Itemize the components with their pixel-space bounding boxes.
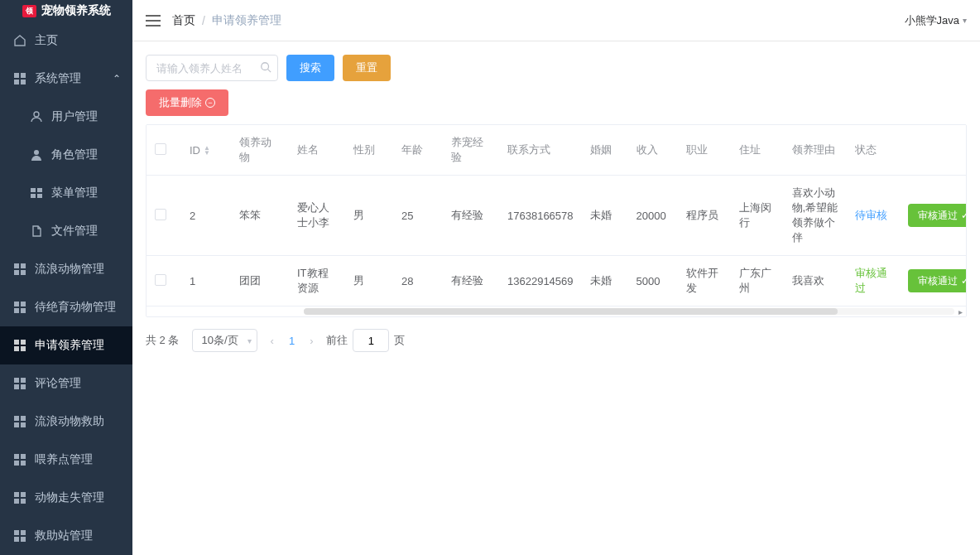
grid-icon: [13, 340, 26, 351]
search-input[interactable]: [146, 55, 278, 81]
svg-rect-18: [14, 340, 19, 345]
batch-delete-button[interactable]: 批量删除 −: [146, 89, 228, 116]
sidebar-item[interactable]: 待绝育动物管理: [0, 288, 132, 326]
svg-rect-3: [21, 80, 26, 84]
sidebar-item[interactable]: 喂养点管理: [0, 441, 132, 479]
hamburger-icon[interactable]: [146, 15, 161, 27]
svg-rect-2: [14, 80, 19, 84]
svg-point-4: [34, 112, 39, 117]
svg-rect-31: [21, 454, 26, 459]
sidebar-item-label: 系统管理: [35, 71, 81, 86]
logo: 领 宠物领养系统: [0, 0, 132, 22]
sidebar-item[interactable]: 流浪动物救助: [0, 403, 132, 441]
row-checkbox[interactable]: [155, 274, 166, 286]
sidebar-item[interactable]: 救助站管理: [0, 517, 132, 555]
svg-rect-12: [14, 270, 19, 275]
svg-rect-17: [21, 308, 26, 313]
grid-icon: [13, 378, 26, 389]
svg-rect-16: [14, 308, 19, 313]
sidebar-item-label: 动物走失管理: [35, 490, 104, 505]
svg-rect-7: [37, 188, 42, 192]
table-row: 2笨笨爱心人士小李男25有经验17638166578未婚20000程序员上海闵行…: [147, 176, 966, 256]
horizontal-scrollbar[interactable]: ▸: [147, 306, 966, 316]
approve-button[interactable]: 审核通过 ✓: [908, 204, 966, 227]
sidebar-item-label: 角色管理: [51, 147, 98, 162]
svg-rect-41: [21, 537, 26, 542]
sidebar-item-label: 菜单管理: [51, 186, 98, 200]
svg-rect-23: [21, 378, 26, 383]
row-checkbox[interactable]: [155, 209, 166, 220]
sidebar-item[interactable]: 菜单管理: [0, 174, 132, 212]
breadcrumb-current: 申请领养管理: [212, 13, 281, 28]
svg-rect-11: [21, 263, 26, 268]
sort-icon[interactable]: ▲▼: [204, 146, 210, 156]
svg-rect-13: [21, 270, 26, 275]
approve-button[interactable]: 审核通过 ✓: [908, 269, 966, 292]
prev-page-button[interactable]: ‹: [271, 335, 274, 347]
minus-circle-icon: −: [205, 98, 215, 108]
search-button[interactable]: 搜索: [286, 55, 334, 81]
sidebar-item-label: 流浪动物管理: [35, 262, 104, 277]
chevron-down-icon: ▾: [247, 336, 252, 345]
grid-icon: [13, 73, 26, 84]
sidebar-menu: 主页系统管理⌃用户管理角色管理菜单管理文件管理流浪动物管理待绝育动物管理申请领养…: [0, 22, 132, 555]
reset-button[interactable]: 重置: [343, 55, 391, 81]
user-name: 小熊学Java: [905, 13, 959, 28]
svg-rect-39: [21, 530, 26, 535]
sidebar-item-label: 主页: [35, 33, 58, 48]
sidebar-item[interactable]: 动物走失管理: [0, 479, 132, 517]
sidebar-item-label: 用户管理: [51, 109, 98, 124]
sidebar-item[interactable]: 流浪动物管理: [0, 250, 132, 288]
page-number[interactable]: 1: [289, 335, 295, 347]
user-menu[interactable]: 小熊学Java ▾: [905, 13, 967, 28]
sidebar-item-label: 流浪动物救助: [35, 414, 104, 429]
svg-rect-30: [14, 454, 19, 459]
svg-rect-24: [14, 384, 19, 389]
next-page-button[interactable]: ›: [310, 335, 313, 347]
breadcrumb-home[interactable]: 首页: [172, 13, 195, 28]
pagination: 共 2 条 10条/页 ▾ ‹ 1 › 前往 页: [146, 329, 967, 352]
grid-icon: [13, 416, 26, 427]
sidebar-item[interactable]: 系统管理⌃: [0, 60, 132, 98]
svg-rect-32: [14, 461, 19, 466]
svg-rect-9: [37, 194, 42, 198]
logo-badge: 领: [22, 5, 36, 17]
user-icon: [30, 111, 43, 123]
svg-rect-22: [14, 378, 19, 383]
svg-rect-40: [14, 537, 19, 542]
check-icon: ✓: [961, 210, 966, 221]
breadcrumb: 首页 / 申请领养管理: [172, 13, 281, 28]
svg-rect-6: [31, 188, 36, 192]
sidebar-item[interactable]: 主页: [0, 22, 132, 60]
status-badge: 审核通过: [855, 267, 887, 294]
check-icon: ✓: [961, 275, 966, 287]
svg-rect-35: [21, 492, 26, 497]
select-all-checkbox[interactable]: [155, 143, 166, 155]
svg-rect-28: [14, 422, 19, 427]
app-title: 宠物领养系统: [41, 3, 111, 18]
svg-rect-14: [14, 302, 19, 306]
svg-rect-25: [21, 384, 26, 389]
file-icon: [30, 225, 43, 237]
svg-point-5: [34, 150, 39, 155]
sidebar-item[interactable]: 用户管理: [0, 98, 132, 136]
sidebar-item[interactable]: 角色管理: [0, 136, 132, 174]
svg-rect-10: [14, 263, 19, 268]
sidebar-item[interactable]: 文件管理: [0, 212, 132, 250]
svg-rect-36: [14, 499, 19, 504]
grid-icon: [13, 454, 26, 466]
sidebar-item-label: 申请领养管理: [35, 338, 104, 353]
breadcrumb-sep: /: [202, 14, 205, 27]
sidebar-item[interactable]: 评论管理: [0, 364, 132, 403]
svg-rect-26: [14, 416, 19, 421]
svg-rect-19: [21, 340, 26, 345]
page-jump-input[interactable]: [353, 329, 389, 352]
grid-icon: [13, 530, 26, 542]
menu-icon: [30, 187, 43, 199]
content: 搜索 重置 批量删除 − ID▲▼ 领养动物: [132, 41, 980, 555]
svg-rect-38: [14, 530, 19, 535]
header: 首页 / 申请领养管理 小熊学Java ▾: [132, 0, 980, 41]
sidebar-item[interactable]: 申请领养管理: [0, 326, 132, 364]
sidebar-item-label: 救助站管理: [35, 528, 93, 543]
page-size-select[interactable]: 10条/页 ▾: [192, 329, 257, 352]
